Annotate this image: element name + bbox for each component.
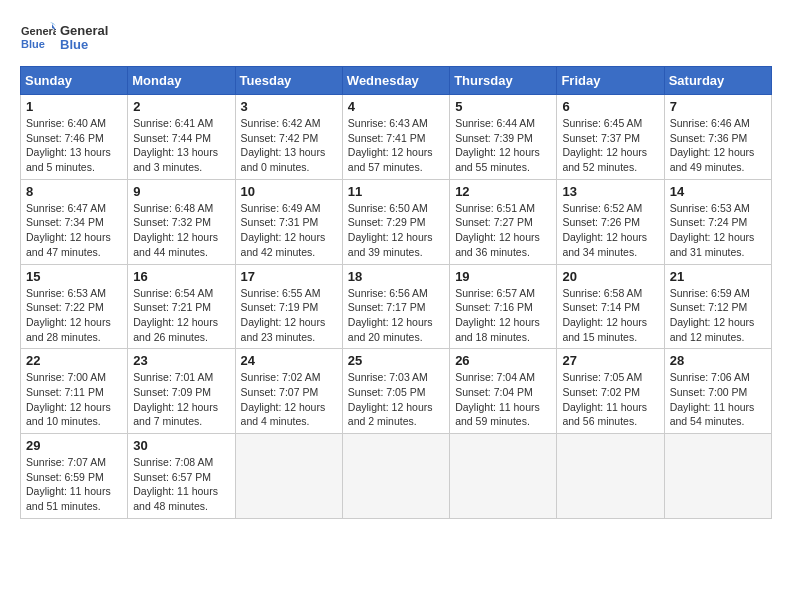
calendar-cell	[557, 434, 664, 519]
day-number: 17	[241, 269, 337, 284]
svg-text:General: General	[21, 25, 56, 37]
calendar-cell: 16Sunrise: 6:54 AMSunset: 7:21 PMDayligh…	[128, 264, 235, 349]
day-number: 5	[455, 99, 551, 114]
calendar-week-row: 15Sunrise: 6:53 AMSunset: 7:22 PMDayligh…	[21, 264, 772, 349]
calendar-cell: 3Sunrise: 6:42 AMSunset: 7:42 PMDaylight…	[235, 95, 342, 180]
day-number: 7	[670, 99, 766, 114]
logo: General Blue General Blue	[20, 20, 108, 56]
day-number: 16	[133, 269, 229, 284]
calendar-cell: 5Sunrise: 6:44 AMSunset: 7:39 PMDaylight…	[450, 95, 557, 180]
day-info: Sunrise: 7:07 AMSunset: 6:59 PMDaylight:…	[26, 455, 122, 514]
day-number: 2	[133, 99, 229, 114]
page-header: General Blue General Blue	[20, 20, 772, 56]
day-number: 24	[241, 353, 337, 368]
calendar-cell	[450, 434, 557, 519]
day-info: Sunrise: 6:46 AMSunset: 7:36 PMDaylight:…	[670, 116, 766, 175]
day-number: 4	[348, 99, 444, 114]
day-number: 21	[670, 269, 766, 284]
column-header-wednesday: Wednesday	[342, 67, 449, 95]
calendar-cell: 9Sunrise: 6:48 AMSunset: 7:32 PMDaylight…	[128, 179, 235, 264]
calendar-cell: 27Sunrise: 7:05 AMSunset: 7:02 PMDayligh…	[557, 349, 664, 434]
column-header-monday: Monday	[128, 67, 235, 95]
day-number: 29	[26, 438, 122, 453]
logo-icon: General Blue	[20, 20, 56, 56]
calendar-cell: 26Sunrise: 7:04 AMSunset: 7:04 PMDayligh…	[450, 349, 557, 434]
day-number: 15	[26, 269, 122, 284]
calendar-cell	[664, 434, 771, 519]
day-info: Sunrise: 7:00 AMSunset: 7:11 PMDaylight:…	[26, 370, 122, 429]
day-info: Sunrise: 6:52 AMSunset: 7:26 PMDaylight:…	[562, 201, 658, 260]
day-info: Sunrise: 6:43 AMSunset: 7:41 PMDaylight:…	[348, 116, 444, 175]
day-number: 27	[562, 353, 658, 368]
column-header-thursday: Thursday	[450, 67, 557, 95]
day-info: Sunrise: 7:03 AMSunset: 7:05 PMDaylight:…	[348, 370, 444, 429]
calendar-cell: 11Sunrise: 6:50 AMSunset: 7:29 PMDayligh…	[342, 179, 449, 264]
day-info: Sunrise: 6:55 AMSunset: 7:19 PMDaylight:…	[241, 286, 337, 345]
day-info: Sunrise: 6:44 AMSunset: 7:39 PMDaylight:…	[455, 116, 551, 175]
day-info: Sunrise: 6:59 AMSunset: 7:12 PMDaylight:…	[670, 286, 766, 345]
day-info: Sunrise: 6:51 AMSunset: 7:27 PMDaylight:…	[455, 201, 551, 260]
calendar-cell: 18Sunrise: 6:56 AMSunset: 7:17 PMDayligh…	[342, 264, 449, 349]
calendar-cell: 24Sunrise: 7:02 AMSunset: 7:07 PMDayligh…	[235, 349, 342, 434]
column-header-friday: Friday	[557, 67, 664, 95]
day-number: 26	[455, 353, 551, 368]
calendar-cell: 20Sunrise: 6:58 AMSunset: 7:14 PMDayligh…	[557, 264, 664, 349]
calendar-cell: 29Sunrise: 7:07 AMSunset: 6:59 PMDayligh…	[21, 434, 128, 519]
day-number: 30	[133, 438, 229, 453]
calendar-cell: 8Sunrise: 6:47 AMSunset: 7:34 PMDaylight…	[21, 179, 128, 264]
calendar-cell: 21Sunrise: 6:59 AMSunset: 7:12 PMDayligh…	[664, 264, 771, 349]
day-info: Sunrise: 6:57 AMSunset: 7:16 PMDaylight:…	[455, 286, 551, 345]
day-info: Sunrise: 7:06 AMSunset: 7:00 PMDaylight:…	[670, 370, 766, 429]
day-number: 23	[133, 353, 229, 368]
calendar-cell: 14Sunrise: 6:53 AMSunset: 7:24 PMDayligh…	[664, 179, 771, 264]
day-number: 25	[348, 353, 444, 368]
calendar-cell: 25Sunrise: 7:03 AMSunset: 7:05 PMDayligh…	[342, 349, 449, 434]
calendar-week-row: 1Sunrise: 6:40 AMSunset: 7:46 PMDaylight…	[21, 95, 772, 180]
day-number: 13	[562, 184, 658, 199]
column-header-tuesday: Tuesday	[235, 67, 342, 95]
column-header-saturday: Saturday	[664, 67, 771, 95]
day-info: Sunrise: 6:49 AMSunset: 7:31 PMDaylight:…	[241, 201, 337, 260]
day-info: Sunrise: 6:56 AMSunset: 7:17 PMDaylight:…	[348, 286, 444, 345]
calendar-cell: 12Sunrise: 6:51 AMSunset: 7:27 PMDayligh…	[450, 179, 557, 264]
calendar-cell: 2Sunrise: 6:41 AMSunset: 7:44 PMDaylight…	[128, 95, 235, 180]
calendar-cell: 15Sunrise: 6:53 AMSunset: 7:22 PMDayligh…	[21, 264, 128, 349]
day-number: 18	[348, 269, 444, 284]
logo-label-blue: Blue	[60, 38, 108, 52]
day-number: 12	[455, 184, 551, 199]
calendar-cell: 6Sunrise: 6:45 AMSunset: 7:37 PMDaylight…	[557, 95, 664, 180]
day-info: Sunrise: 7:04 AMSunset: 7:04 PMDaylight:…	[455, 370, 551, 429]
calendar-cell: 4Sunrise: 6:43 AMSunset: 7:41 PMDaylight…	[342, 95, 449, 180]
day-number: 22	[26, 353, 122, 368]
calendar-cell: 17Sunrise: 6:55 AMSunset: 7:19 PMDayligh…	[235, 264, 342, 349]
day-info: Sunrise: 6:47 AMSunset: 7:34 PMDaylight:…	[26, 201, 122, 260]
day-number: 20	[562, 269, 658, 284]
day-number: 14	[670, 184, 766, 199]
calendar-cell: 1Sunrise: 6:40 AMSunset: 7:46 PMDaylight…	[21, 95, 128, 180]
day-number: 9	[133, 184, 229, 199]
calendar-week-row: 22Sunrise: 7:00 AMSunset: 7:11 PMDayligh…	[21, 349, 772, 434]
svg-text:Blue: Blue	[21, 38, 45, 50]
day-number: 28	[670, 353, 766, 368]
calendar-cell: 7Sunrise: 6:46 AMSunset: 7:36 PMDaylight…	[664, 95, 771, 180]
calendar: SundayMondayTuesdayWednesdayThursdayFrid…	[20, 66, 772, 519]
day-info: Sunrise: 7:02 AMSunset: 7:07 PMDaylight:…	[241, 370, 337, 429]
calendar-cell: 23Sunrise: 7:01 AMSunset: 7:09 PMDayligh…	[128, 349, 235, 434]
day-info: Sunrise: 6:53 AMSunset: 7:24 PMDaylight:…	[670, 201, 766, 260]
day-number: 3	[241, 99, 337, 114]
column-header-sunday: Sunday	[21, 67, 128, 95]
calendar-cell	[342, 434, 449, 519]
day-number: 10	[241, 184, 337, 199]
logo-label: General	[60, 24, 108, 38]
calendar-cell: 28Sunrise: 7:06 AMSunset: 7:00 PMDayligh…	[664, 349, 771, 434]
day-number: 8	[26, 184, 122, 199]
calendar-cell: 22Sunrise: 7:00 AMSunset: 7:11 PMDayligh…	[21, 349, 128, 434]
calendar-cell: 13Sunrise: 6:52 AMSunset: 7:26 PMDayligh…	[557, 179, 664, 264]
calendar-week-row: 29Sunrise: 7:07 AMSunset: 6:59 PMDayligh…	[21, 434, 772, 519]
day-info: Sunrise: 6:40 AMSunset: 7:46 PMDaylight:…	[26, 116, 122, 175]
calendar-cell: 10Sunrise: 6:49 AMSunset: 7:31 PMDayligh…	[235, 179, 342, 264]
day-info: Sunrise: 6:45 AMSunset: 7:37 PMDaylight:…	[562, 116, 658, 175]
day-info: Sunrise: 6:50 AMSunset: 7:29 PMDaylight:…	[348, 201, 444, 260]
day-info: Sunrise: 6:48 AMSunset: 7:32 PMDaylight:…	[133, 201, 229, 260]
calendar-cell	[235, 434, 342, 519]
